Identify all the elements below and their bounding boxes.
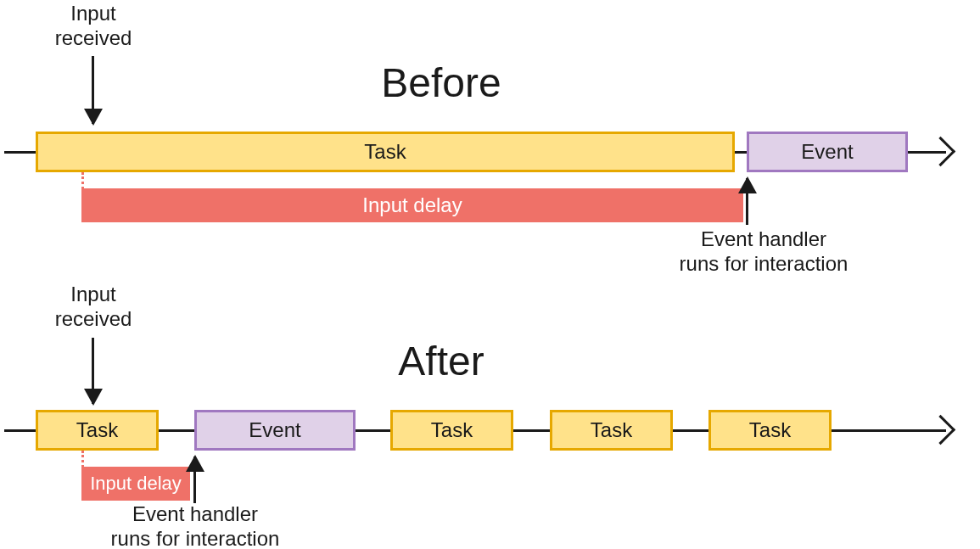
after-event-handler-arrow-icon: [193, 457, 196, 503]
after-dotted-connector: [81, 451, 84, 468]
after-task-block-2: Task: [390, 410, 513, 451]
after-task-block-3: Task: [550, 410, 673, 451]
before-dotted-connector: [81, 172, 84, 189]
after-input-delay-block: Input delay: [81, 467, 190, 501]
before-event-handler-arrow-icon: [746, 178, 748, 225]
after-task-block-4: Task: [708, 410, 832, 451]
before-input-delay-block: Input delay: [81, 188, 743, 222]
after-title: After: [373, 338, 509, 384]
before-input-arrow-icon: [92, 56, 94, 124]
before-task-block: Task: [36, 132, 735, 172]
after-input-received-label: Input received: [34, 283, 153, 332]
before-event-block: Event: [747, 132, 908, 172]
after-task-block-1: Task: [36, 410, 159, 451]
after-event-block: Event: [194, 410, 356, 451]
before-title: Before: [356, 59, 526, 106]
before-event-handler-label: Event handler runs for interaction: [653, 227, 874, 277]
after-input-arrow-icon: [92, 338, 94, 404]
after-event-handler-label: Event handler runs for interaction: [85, 502, 305, 549]
before-input-received-label: Input received: [34, 2, 153, 51]
